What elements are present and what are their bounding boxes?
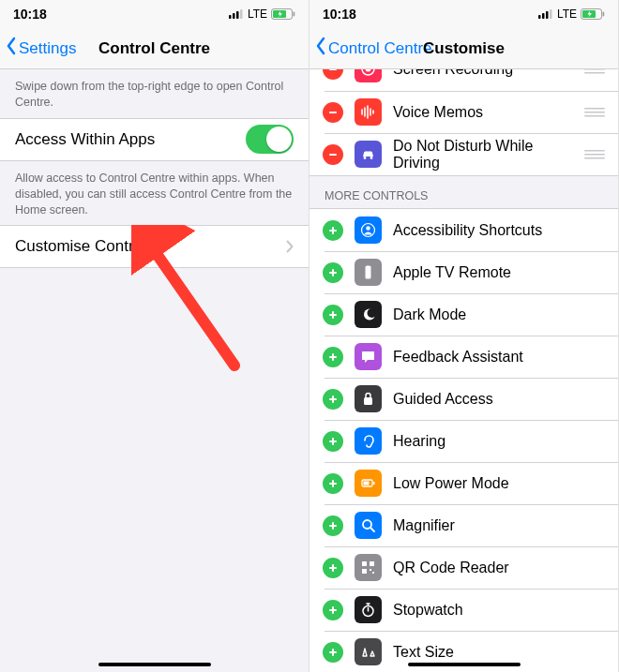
control-row[interactable]: Dark Mode <box>310 293 618 336</box>
svg-rect-45 <box>584 150 605 152</box>
svg-rect-57 <box>329 398 337 400</box>
svg-rect-55 <box>329 356 337 358</box>
control-row[interactable]: Low Power Mode <box>310 462 618 504</box>
add-button[interactable] <box>323 305 343 325</box>
screenshot-right: 10:18 LTE Control Centre Customise Scree… <box>310 0 619 672</box>
home-indicator <box>98 663 211 666</box>
control-row[interactable]: Voice Memos <box>310 91 618 133</box>
control-label: Dark Mode <box>393 306 605 323</box>
carrier-label: LTE <box>557 7 577 21</box>
nav-bar: Control Centre Customise <box>310 28 618 69</box>
control-row[interactable]: Screen Recording <box>310 69 618 91</box>
add-button[interactable] <box>323 262 343 283</box>
control-row[interactable]: Do Not Disturb While Driving <box>310 133 618 175</box>
status-time: 10:18 <box>13 7 47 22</box>
control-label: Feedback Assistant <box>393 349 605 366</box>
svg-rect-39 <box>584 72 605 74</box>
svg-rect-44 <box>329 154 337 156</box>
control-label: Hearing <box>393 433 605 450</box>
status-bar: 10:18 LTE <box>310 0 618 28</box>
add-button[interactable] <box>323 431 343 452</box>
moon-icon <box>355 301 382 328</box>
carrier-label: LTE <box>248 7 267 21</box>
customise-label: Customise Controls <box>15 237 154 256</box>
access-within-apps-row[interactable]: Access Within Apps <box>0 119 309 160</box>
add-button[interactable] <box>323 473 343 494</box>
control-label: QR Code Reader <box>393 560 605 576</box>
chevron-left-icon <box>315 37 326 60</box>
add-button[interactable] <box>323 515 343 536</box>
svg-rect-59 <box>329 441 337 442</box>
add-button[interactable] <box>323 558 343 578</box>
svg-rect-29 <box>538 15 541 19</box>
battery-icon <box>271 8 295 20</box>
search-icon <box>355 512 382 539</box>
back-button[interactable]: Settings <box>0 37 76 60</box>
svg-rect-36 <box>329 69 337 70</box>
add-button[interactable] <box>323 642 343 663</box>
access-toggle[interactable] <box>246 125 294 154</box>
remove-button[interactable] <box>323 144 343 165</box>
control-label: Apple TV Remote <box>393 264 605 281</box>
reorder-handle-icon[interactable] <box>584 108 605 117</box>
chat-icon <box>355 343 382 370</box>
control-label: Voice Memos <box>393 104 573 121</box>
back-label: Settings <box>19 39 76 58</box>
control-label: Magnifier <box>393 517 605 534</box>
remove-button[interactable] <box>323 102 343 123</box>
svg-rect-53 <box>329 314 337 316</box>
svg-rect-31 <box>546 11 549 19</box>
svg-rect-63 <box>329 525 337 527</box>
svg-rect-25 <box>240 9 243 19</box>
remote-icon <box>355 259 382 286</box>
control-label: Guided Access <box>393 391 605 408</box>
chevron-right-icon <box>286 240 294 253</box>
control-row[interactable]: Guided Access <box>310 378 618 420</box>
home-indicator <box>408 663 521 666</box>
battery-icon <box>581 8 605 20</box>
svg-rect-43 <box>584 115 605 117</box>
svg-rect-30 <box>542 13 545 19</box>
reorder-handle-icon[interactable] <box>584 150 605 159</box>
chevron-left-icon <box>6 37 17 60</box>
back-label: Control Centre <box>328 39 432 58</box>
svg-rect-35 <box>603 12 605 17</box>
access-label: Access Within Apps <box>15 130 155 149</box>
person-icon <box>355 217 382 244</box>
status-time: 10:18 <box>323 7 356 22</box>
wave-icon <box>355 98 382 126</box>
control-label: Stopwatch <box>393 602 605 619</box>
add-button[interactable] <box>323 220 343 241</box>
control-row[interactable]: Accessibility Shortcuts <box>310 209 618 251</box>
control-row[interactable]: Apple TV Remote <box>310 251 618 293</box>
status-bar: 10:18 LTE <box>0 0 309 28</box>
control-row[interactable]: Magnifier <box>310 504 618 546</box>
control-label: Accessibility Shortcuts <box>393 222 605 239</box>
svg-rect-47 <box>584 157 605 159</box>
control-row[interactable]: Stopwatch <box>310 589 618 631</box>
signal-icon <box>538 9 553 19</box>
control-label: Text Size <box>393 644 605 661</box>
svg-rect-61 <box>329 483 337 485</box>
control-row[interactable]: Hearing <box>310 420 618 462</box>
svg-rect-51 <box>329 272 337 274</box>
add-button[interactable] <box>323 600 343 620</box>
control-row[interactable]: Feedback Assistant <box>310 336 618 378</box>
svg-rect-41 <box>584 108 605 110</box>
customise-controls-row[interactable]: Customise Controls <box>0 226 309 267</box>
included-controls-list: Screen RecordingVoice MemosDo Not Distur… <box>310 69 618 176</box>
ear-icon <box>355 427 382 455</box>
add-button[interactable] <box>323 347 343 367</box>
hint-swipe: Swipe down from the top-right edge to op… <box>0 69 309 118</box>
control-label: Do Not Disturb While Driving <box>393 138 573 172</box>
qr-icon <box>355 554 382 581</box>
back-button[interactable]: Control Centre <box>310 37 432 60</box>
svg-rect-49 <box>329 230 337 231</box>
record-icon <box>355 69 382 82</box>
add-button[interactable] <box>323 389 343 410</box>
control-row[interactable]: QR Code Reader <box>310 546 618 589</box>
reorder-handle-icon[interactable] <box>584 69 605 74</box>
svg-rect-69 <box>329 651 337 653</box>
remove-button[interactable] <box>323 69 343 80</box>
battery-icon <box>355 470 382 497</box>
